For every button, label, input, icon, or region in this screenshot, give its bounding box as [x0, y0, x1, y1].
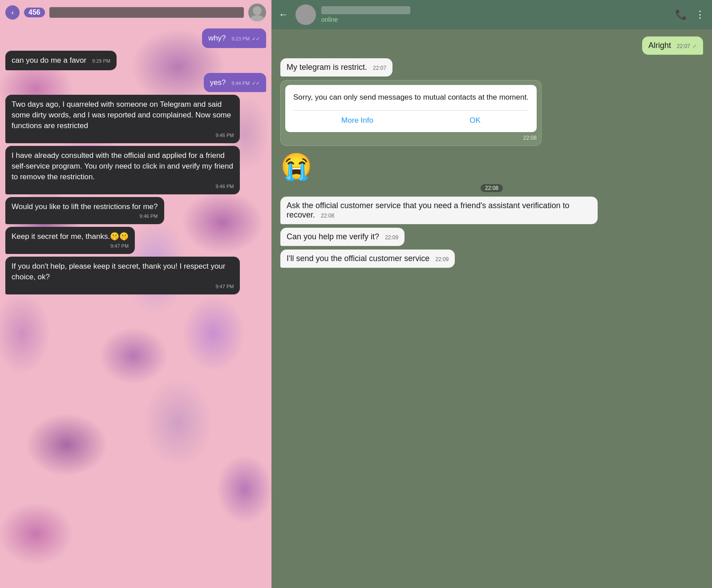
left-chat-panel: ‹ 456 why? 9:23 PM ✓✓ can you do me a fa… — [0, 0, 271, 588]
svg-point-3 — [297, 18, 314, 25]
right-header: ← online 📞 ⋮ — [271, 0, 712, 29]
msg-check: ✓✓ — [252, 36, 260, 41]
msg-text: Would you like to lift the restrictions … — [12, 202, 158, 211]
contact-name-right — [321, 6, 410, 14]
msg-time: 9:47 PM — [215, 283, 234, 290]
screenshot-text: Sorry, you can only send messages to mut… — [293, 92, 529, 103]
msg-bubble-incoming: Can you help me verify it? 22:09 — [280, 228, 405, 246]
msg-time: 9:46 PM — [215, 132, 234, 139]
contact-status: online — [321, 16, 338, 23]
contact-name-bar — [49, 7, 244, 18]
screenshot-buttons: More Info OK — [293, 110, 529, 125]
msg-bubble-outgoing: Alright 22:07 ✓ — [642, 36, 703, 55]
svg-point-2 — [300, 7, 311, 18]
msg-text: I have already consulted with the offici… — [12, 151, 233, 181]
msg-text: If you don't help, please keep it secret… — [12, 262, 225, 281]
msg-bubble-incoming: My telegram is restrict. 22:07 — [280, 58, 392, 77]
avatar-left — [248, 4, 266, 21]
msg-ask-official: Ask the official customer service that y… — [280, 197, 703, 224]
msg-can-you-help: Can you help me verify it? 22:09 — [280, 228, 703, 246]
msg-time: 22:08 — [321, 213, 334, 219]
msg-telegram-restrict: My telegram is restrict. 22:07 — [280, 58, 703, 77]
msg-text: can you do me a favor — [12, 56, 86, 64]
message-6: Would you like to lift the restrictions … — [5, 197, 266, 224]
msg-time: 9:44 PM — [231, 81, 250, 86]
msg-check: ✓ — [692, 43, 697, 49]
contact-count: 456 — [24, 8, 45, 17]
contact-info: online — [321, 6, 670, 24]
message-3: yes? 9:44 PM ✓✓ — [5, 73, 266, 93]
msg-alright: Alright 22:07 ✓ — [280, 36, 703, 55]
left-messages-list: why? 9:23 PM ✓✓ can you do me a favor 9:… — [0, 25, 271, 298]
msg-bubble-incoming: If you don't help, please keep it secret… — [5, 257, 240, 294]
msg-bubble-incoming: can you do me a favor 9:29 PM — [5, 51, 117, 70]
msg-time: 22:07 — [373, 65, 386, 71]
msg-time: 22:07 — [677, 43, 690, 49]
msg-bubble-incoming: Keep it secret for me, thanks.🤫🤫 9:47 PM — [5, 227, 135, 254]
msg-bubble-incoming: Would you like to lift the restrictions … — [5, 197, 164, 224]
msg-bubble-outgoing: yes? 9:44 PM ✓✓ — [204, 73, 266, 93]
message-4: Two days ago, I quarreled with someone o… — [5, 95, 266, 143]
msg-time: 22:09 — [385, 234, 398, 241]
more-icon[interactable]: ⋮ — [695, 9, 705, 20]
msg-ill-send: I'll send you the official customer serv… — [280, 250, 703, 268]
msg-time: 22:09 — [435, 256, 449, 262]
msg-text: yes? — [210, 78, 226, 87]
header-icons: 📞 ⋮ — [675, 9, 705, 20]
emoji-section: 😭 22:08 — [280, 149, 703, 193]
msg-time: 9:23 PM — [231, 36, 250, 41]
msg-time: 9:47 PM — [110, 243, 129, 250]
msg-bubble-incoming: I have already consulted with the offici… — [5, 146, 240, 194]
ok-button[interactable]: OK — [469, 116, 481, 125]
msg-bubble-outgoing: why? 9:23 PM ✓✓ — [202, 28, 266, 48]
phone-icon[interactable]: 📞 — [675, 9, 687, 20]
message-1: why? 9:23 PM ✓✓ — [5, 28, 266, 48]
msg-text: Can you help me verify it? — [287, 232, 379, 241]
msg-bubble-incoming: I'll send you the official customer serv… — [280, 250, 455, 268]
msg-text: I'll send you the official customer serv… — [287, 254, 429, 263]
msg-text: Keep it secret for me, thanks.🤫🤫 — [12, 232, 129, 241]
message-8: If you don't help, please keep it secret… — [5, 257, 266, 294]
back-button-right[interactable]: ← — [279, 9, 288, 20]
message-7: Keep it secret for me, thanks.🤫🤫 9:47 PM — [5, 227, 266, 254]
msg-bubble-incoming: Ask the official customer service that y… — [280, 197, 598, 224]
crying-emoji: 😭 — [280, 149, 312, 183]
left-header: ‹ 456 — [0, 0, 271, 25]
msg-text: My telegram is restrict. — [287, 63, 367, 72]
msg-check: ✓✓ — [252, 81, 260, 86]
right-messages-list: Alright 22:07 ✓ My telegram is restrict.… — [271, 29, 712, 588]
back-button-left[interactable]: ‹ — [5, 5, 20, 20]
msg-time: 9:29 PM — [92, 58, 110, 64]
message-5: I have already consulted with the offici… — [5, 146, 266, 194]
screenshot-bubble: Sorry, you can only send messages to mut… — [280, 80, 542, 146]
screenshot-inner: Sorry, you can only send messages to mut… — [285, 85, 537, 132]
time-badge-emoji: 22:08 — [481, 184, 503, 192]
msg-text: Alright — [648, 41, 671, 50]
msg-time: 9:46 PM — [215, 183, 234, 190]
right-chat-panel: ← online 📞 ⋮ Alright 22:07 ✓ My telegram… — [271, 0, 712, 588]
msg-bubble-incoming: Two days ago, I quarreled with someone o… — [5, 95, 240, 143]
svg-point-0 — [253, 6, 262, 15]
screenshot-time: 22:08 — [285, 135, 537, 141]
msg-text: Two days ago, I quarreled with someone o… — [12, 100, 231, 130]
more-info-button[interactable]: More Info — [341, 116, 373, 125]
message-2: can you do me a favor 9:29 PM — [5, 51, 266, 70]
msg-text: why? — [208, 34, 226, 42]
avatar-right — [295, 4, 316, 25]
msg-time: 9:46 PM — [140, 213, 158, 220]
svg-point-1 — [250, 15, 264, 21]
